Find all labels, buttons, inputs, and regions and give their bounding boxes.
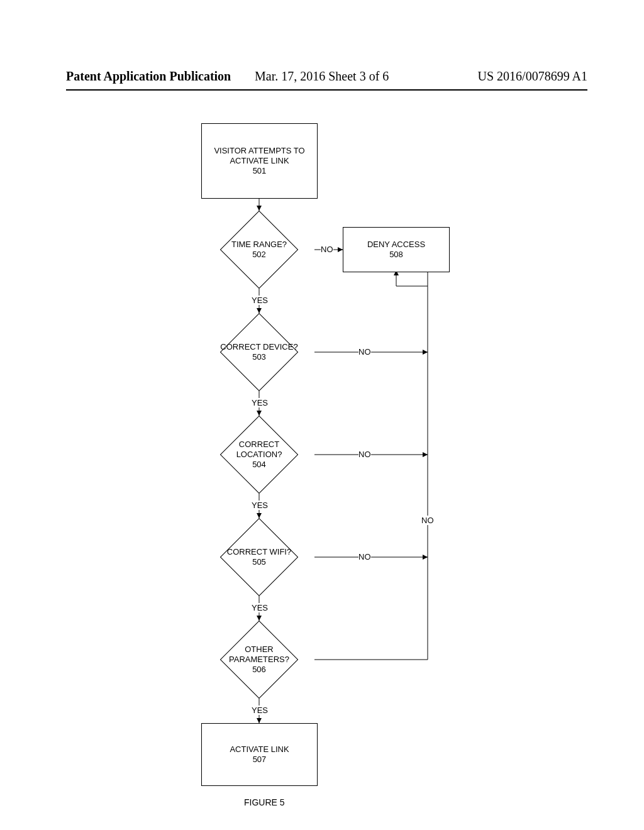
d503-line1: CORRECT DEVICE? [220, 342, 297, 352]
yes-label-503: YES [252, 398, 268, 407]
yes-label-504: YES [252, 501, 268, 510]
start-line1: VISITOR ATTEMPTS TO [214, 146, 304, 156]
d506-line2: PARAMETERS? [229, 655, 289, 665]
d506-line1: OTHER [229, 645, 289, 655]
decision-correct-device: CORRECT DEVICE? 503 [231, 324, 287, 380]
d503-num: 503 [220, 352, 297, 362]
yes-label-506: YES [252, 706, 268, 715]
decision-correct-location: CORRECT LOCATION? 504 [231, 427, 287, 482]
no-label-503: NO [358, 347, 371, 357]
start-box: VISITOR ATTEMPTS TO ACTIVATE LINK 501 [201, 123, 318, 199]
d504-line1: CORRECT [236, 440, 282, 450]
deny-line1: DENY ACCESS [367, 240, 425, 250]
decision-other-parameters: OTHER PARAMETERS? 506 [231, 632, 287, 687]
start-line2: ACTIVATE LINK [214, 156, 304, 166]
figure-caption: FIGURE 5 [244, 797, 285, 807]
d505-num: 505 [227, 557, 291, 567]
activate-line1: ACTIVATE LINK [230, 744, 289, 755]
deny-access-box: DENY ACCESS 508 [343, 227, 450, 272]
decision-correct-wifi: CORRECT WIFI? 505 [231, 529, 287, 585]
decision-time-range: TIME RANGE? 502 [231, 222, 287, 277]
no-label-505: NO [358, 552, 371, 562]
yes-label-505: YES [252, 603, 268, 612]
activate-num: 507 [230, 755, 289, 765]
no-label-504: NO [358, 450, 371, 459]
activate-link-box: ACTIVATE LINK 507 [201, 723, 318, 786]
d504-num: 504 [236, 460, 282, 470]
flowchart-connectors [0, 0, 644, 830]
d506-num: 506 [229, 665, 289, 675]
deny-num: 508 [367, 250, 425, 260]
yes-label-502: YES [252, 296, 268, 305]
d502-line1: TIME RANGE? [231, 240, 287, 250]
d502-num: 502 [231, 250, 287, 260]
d504-line2: LOCATION? [236, 450, 282, 460]
no-label-506-vertical: NO [421, 516, 434, 525]
start-num: 501 [214, 166, 304, 176]
no-label-502: NO [321, 245, 333, 254]
d505-line1: CORRECT WIFI? [227, 547, 291, 557]
